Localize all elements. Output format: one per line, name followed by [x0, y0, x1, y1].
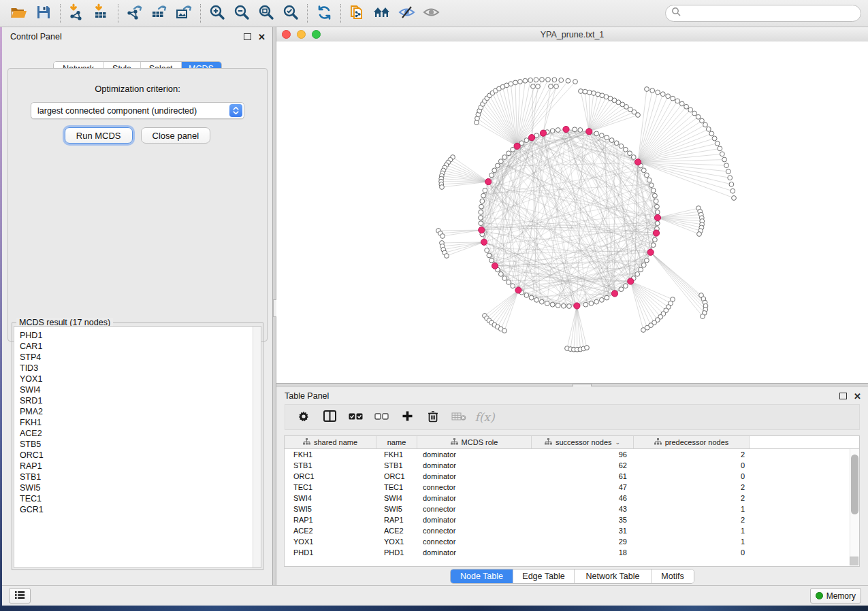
mcds-result-list[interactable]: PHD1CAR1STP4TID3YOX1SWI4SRD1PMA2FKH1ACE2…	[14, 326, 261, 568]
column-header-successor-nodes[interactable]: successor nodes⌄	[532, 436, 634, 448]
tab-edge-table[interactable]: Edge Table	[513, 569, 575, 583]
delete-columns-button[interactable]	[421, 407, 445, 427]
unselect-all-columns-button[interactable]	[370, 407, 393, 427]
column-header-predecessor-nodes[interactable]: predecessor nodes	[634, 436, 750, 448]
tab-network-table[interactable]: Network Table	[575, 569, 652, 583]
zoom-out-button[interactable]	[231, 3, 253, 24]
tab-motifs[interactable]: Motifs	[652, 569, 694, 583]
table-row[interactable]: ACE2ACE2connector311	[285, 525, 859, 536]
table-row[interactable]: SWI4SWI4dominator462	[285, 493, 859, 503]
result-list-item[interactable]: PHD1	[20, 330, 261, 341]
table-row[interactable]: FKH1FKH1dominator962	[285, 449, 859, 460]
application-window: Control Panel ✕ NetworkStyleSelectMCDS O…	[0, 0, 868, 611]
network-canvas[interactable]	[276, 42, 868, 383]
float-window-icon[interactable]	[839, 393, 847, 399]
result-list-item[interactable]: RAP1	[20, 461, 261, 472]
optimization-criterion-label: Optimization criterion:	[8, 84, 267, 94]
run-mcds-button[interactable]: Run MCDS	[65, 127, 133, 144]
result-list-item[interactable]: GCR1	[20, 504, 261, 515]
hide-selected-button[interactable]	[396, 3, 417, 24]
table-row[interactable]: SWI5SWI5connector431	[285, 503, 859, 514]
column-header-shared-name[interactable]: shared name	[285, 436, 376, 448]
gear-icon	[298, 410, 310, 425]
table-row[interactable]: RAP1RAP1dominator352	[285, 514, 859, 525]
close-panel-icon[interactable]: ✕	[854, 392, 861, 401]
right-column: YPA_prune.txt_1 Table Panel ✕ f(x)	[276, 27, 868, 585]
result-list-item[interactable]: FKH1	[20, 417, 261, 428]
export-network-button[interactable]	[124, 3, 146, 24]
search-input[interactable]	[681, 8, 855, 19]
result-list-item[interactable]: ORC1	[20, 450, 261, 461]
header-filler	[750, 436, 859, 448]
save-session-button[interactable]	[33, 3, 54, 24]
table-cell: connector	[417, 483, 532, 491]
result-list-item[interactable]: STP4	[20, 352, 261, 363]
result-list-item[interactable]: TEC1	[20, 493, 261, 504]
float-window-icon[interactable]	[244, 33, 251, 40]
result-list-item[interactable]: YOX1	[20, 374, 261, 384]
table-settings-button[interactable]	[292, 407, 315, 427]
table-cell: STB1	[285, 461, 376, 469]
export-image-button[interactable]	[173, 3, 195, 24]
result-list-item[interactable]: SWI4	[20, 384, 261, 395]
result-list-item[interactable]: SRD1	[20, 395, 261, 406]
create-column-button[interactable]	[396, 407, 419, 427]
table-row[interactable]: ORC1ORC1dominator610	[285, 471, 859, 482]
table-row[interactable]: STB1STB1dominator620	[285, 460, 859, 471]
table-cell: ACE2	[285, 527, 376, 535]
zoom-selected-button[interactable]	[280, 3, 302, 24]
table-cell: ORC1	[376, 472, 417, 480]
result-list-item[interactable]: ACE2	[20, 428, 261, 439]
trash-icon	[428, 410, 438, 425]
show-all-button[interactable]	[420, 3, 442, 24]
checked-boxes-icon	[349, 412, 363, 423]
delete-table-button[interactable]	[447, 407, 470, 427]
memory-button[interactable]: Memory	[810, 588, 861, 604]
network-overview-button[interactable]	[371, 3, 393, 24]
result-list-item[interactable]: TID3	[20, 363, 261, 374]
floppy-disk-icon	[35, 4, 52, 22]
node-table[interactable]: shared namenameMCDS rolesuccessor nodes⌄…	[284, 435, 860, 567]
eye-slash-icon	[398, 4, 416, 22]
clone-network-button[interactable]	[347, 3, 368, 24]
open-file-button[interactable]	[8, 3, 30, 24]
close-panel-icon[interactable]: ✕	[258, 33, 266, 42]
result-list-item[interactable]: SWI5	[20, 482, 261, 493]
zoom-selected-icon	[283, 4, 300, 23]
result-list-item[interactable]: CAR1	[20, 341, 261, 352]
table-cell: 61	[532, 472, 634, 480]
table-row[interactable]: PHD1PHD1dominator180	[285, 547, 859, 558]
column-header-MCDS-role[interactable]: MCDS role	[417, 436, 532, 448]
import-table-icon	[93, 3, 110, 23]
import-table-button[interactable]	[91, 3, 112, 24]
table-cell: SWI5	[376, 505, 417, 513]
table-cell: dominator	[417, 494, 532, 502]
optimization-criterion-value: largest connected component (undirected)	[31, 106, 229, 116]
export-image-icon	[175, 3, 193, 23]
zoom-in-button[interactable]	[206, 3, 228, 24]
refresh-button[interactable]	[313, 3, 335, 24]
column-header-label: MCDS role	[462, 438, 498, 446]
export-table-button[interactable]	[148, 3, 170, 24]
scrollbar-thumb[interactable]	[851, 455, 858, 514]
table-row[interactable]: YOX1YOX1connector291	[285, 536, 859, 547]
table-cell: connector	[417, 538, 532, 546]
result-list-item[interactable]: PMA2	[20, 406, 261, 417]
result-list-item[interactable]: STB5	[20, 439, 261, 450]
function-builder-button[interactable]: f(x)	[473, 407, 496, 427]
result-list-scrollbar[interactable]	[253, 327, 261, 567]
table-scrollbar[interactable]	[850, 449, 859, 557]
import-network-button[interactable]	[66, 3, 88, 24]
task-history-button[interactable]	[9, 588, 31, 604]
result-list-item[interactable]: STB1	[20, 472, 261, 482]
table-row[interactable]: TEC1TEC1connector472	[285, 482, 859, 493]
zoom-fit-button[interactable]	[255, 3, 277, 24]
search-field[interactable]	[665, 5, 861, 22]
close-panel-button[interactable]: Close panel	[141, 127, 211, 144]
toggle-panes-button[interactable]	[318, 407, 341, 427]
column-header-name[interactable]: name	[376, 436, 417, 448]
select-all-columns-button[interactable]	[344, 407, 367, 427]
tab-node-table[interactable]: Node Table	[451, 569, 513, 583]
table-cell: SWI4	[376, 494, 417, 502]
optimization-criterion-select[interactable]: largest connected component (undirected)	[31, 102, 244, 119]
